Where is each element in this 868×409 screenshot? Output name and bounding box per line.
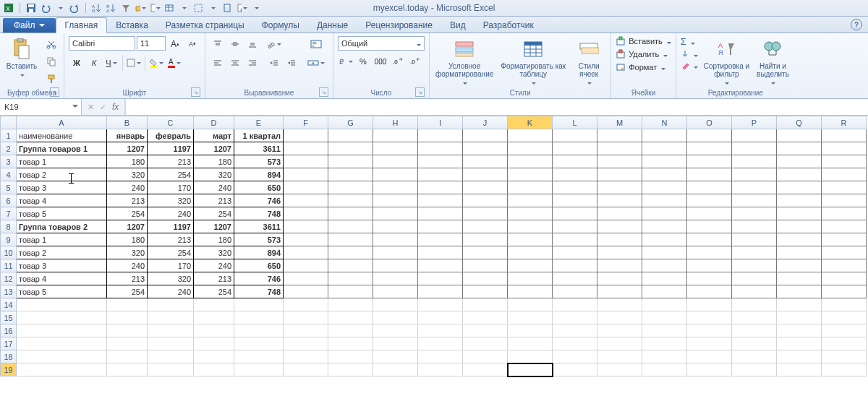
cell-M8[interactable] [597, 220, 642, 233]
redo-icon[interactable] [69, 2, 80, 14]
row-header-17[interactable]: 17 [1, 337, 17, 350]
cell-J8[interactable] [463, 220, 508, 233]
cell-L11[interactable] [553, 259, 597, 272]
cell-P9[interactable] [732, 233, 777, 246]
help-icon[interactable]: ? [851, 19, 862, 30]
cell-styles-button[interactable]: Стилиячеек [571, 36, 606, 87]
cell-N7[interactable] [642, 207, 687, 220]
cell-N12[interactable] [642, 272, 687, 285]
align-top-icon[interactable] [210, 36, 226, 52]
decrease-indent-icon[interactable] [266, 55, 282, 71]
cell-J17[interactable] [463, 337, 508, 350]
cell-A6[interactable]: товар 4 [17, 194, 107, 207]
cell-Q9[interactable] [777, 233, 822, 246]
cell-J1[interactable] [463, 129, 508, 142]
cell-O6[interactable] [687, 194, 732, 207]
row-header-14[interactable]: 14 [1, 298, 17, 311]
cell-P11[interactable] [732, 259, 777, 272]
tab-home[interactable]: Главная [56, 17, 108, 33]
cell-C14[interactable] [148, 298, 194, 311]
cell-N13[interactable] [642, 285, 687, 298]
cell-M16[interactable] [597, 324, 642, 337]
row-header-18[interactable]: 18 [1, 350, 17, 363]
dialog-launcher-icon[interactable]: ↘ [415, 87, 425, 97]
cell-C2[interactable]: 1197 [148, 142, 194, 155]
accounting-format-icon[interactable]: ₽ [338, 53, 354, 69]
cell-N14[interactable] [642, 298, 687, 311]
increase-decimal-icon[interactable]: ,0 [390, 53, 406, 69]
cell-L8[interactable] [553, 220, 597, 233]
insert-cells-button[interactable]: Вставить [616, 36, 671, 46]
row-header-8[interactable]: 8 [1, 220, 17, 233]
cell-D10[interactable]: 320 [194, 246, 234, 259]
decrease-font-icon[interactable]: A▾ [184, 36, 200, 52]
tab-review[interactable]: Рецензирование [357, 18, 441, 33]
cell-E7[interactable]: 748 [234, 207, 284, 220]
calculator-icon[interactable] [221, 2, 233, 14]
cell-B16[interactable] [107, 324, 148, 337]
cell-A16[interactable] [17, 324, 107, 337]
cell-J11[interactable] [463, 259, 508, 272]
cell-Q11[interactable] [777, 259, 822, 272]
cell-O5[interactable] [687, 181, 732, 194]
cell-L5[interactable] [553, 181, 597, 194]
cell-A14[interactable] [17, 298, 107, 311]
tab-file[interactable]: Файл [3, 18, 56, 33]
cell-F8[interactable] [284, 220, 328, 233]
cell-J5[interactable] [463, 181, 508, 194]
cell-O1[interactable] [687, 129, 732, 142]
cell-E11[interactable]: 650 [234, 259, 284, 272]
cell-O19[interactable] [687, 363, 732, 376]
cell-L6[interactable] [553, 194, 597, 207]
cell-D11[interactable]: 240 [194, 259, 234, 272]
cell-P13[interactable] [732, 285, 777, 298]
cell-F18[interactable] [284, 350, 328, 363]
cancel-formula-icon[interactable]: ✕ [88, 103, 94, 112]
cell-N11[interactable] [642, 259, 687, 272]
cell-A17[interactable] [17, 337, 107, 350]
copy-button[interactable] [43, 53, 59, 69]
cell-I14[interactable] [418, 298, 463, 311]
cell-A15[interactable] [17, 311, 107, 324]
undo-icon[interactable] [40, 2, 51, 14]
cell-C7[interactable]: 240 [148, 207, 194, 220]
cell-N3[interactable] [642, 155, 687, 168]
font-size-selector[interactable]: 11 [137, 36, 166, 51]
cell-J13[interactable] [463, 285, 508, 298]
cell-D3[interactable]: 180 [194, 155, 234, 168]
new-dropdown-icon[interactable] [149, 2, 161, 14]
cell-A1[interactable]: наименование [17, 129, 107, 142]
cell-C15[interactable] [148, 311, 194, 324]
cell-E17[interactable] [234, 337, 284, 350]
cell-F16[interactable] [284, 324, 328, 337]
cell-I18[interactable] [418, 350, 463, 363]
cell-D14[interactable] [194, 298, 234, 311]
cell-G15[interactable] [328, 311, 373, 324]
cell-N2[interactable] [642, 142, 687, 155]
cell-D7[interactable]: 254 [194, 207, 234, 220]
cell-L13[interactable] [553, 285, 597, 298]
cell-B2[interactable]: 1207 [107, 142, 148, 155]
align-left-icon[interactable] [210, 55, 226, 71]
align-bottom-icon[interactable] [244, 36, 260, 52]
cell-F9[interactable] [284, 233, 328, 246]
cell-M15[interactable] [597, 311, 642, 324]
cell-C11[interactable]: 170 [148, 259, 194, 272]
column-header-D[interactable]: D [194, 116, 234, 129]
table-dropdown-icon[interactable] [178, 2, 190, 14]
cell-I6[interactable] [418, 194, 463, 207]
cell-H14[interactable] [373, 298, 418, 311]
cell-G6[interactable] [328, 194, 373, 207]
cell-I13[interactable] [418, 285, 463, 298]
dialog-launcher-icon[interactable]: ↘ [319, 87, 328, 97]
cell-N18[interactable] [642, 350, 687, 363]
cell-C8[interactable]: 1197 [148, 220, 194, 233]
cell-N1[interactable] [642, 129, 687, 142]
cell-K15[interactable] [508, 311, 553, 324]
cell-M14[interactable] [597, 298, 642, 311]
cell-G2[interactable] [328, 142, 373, 155]
cell-I9[interactable] [418, 233, 463, 246]
cell-B4[interactable]: 320 [107, 168, 148, 181]
cell-M18[interactable] [597, 350, 642, 363]
cell-R4[interactable] [822, 168, 867, 181]
